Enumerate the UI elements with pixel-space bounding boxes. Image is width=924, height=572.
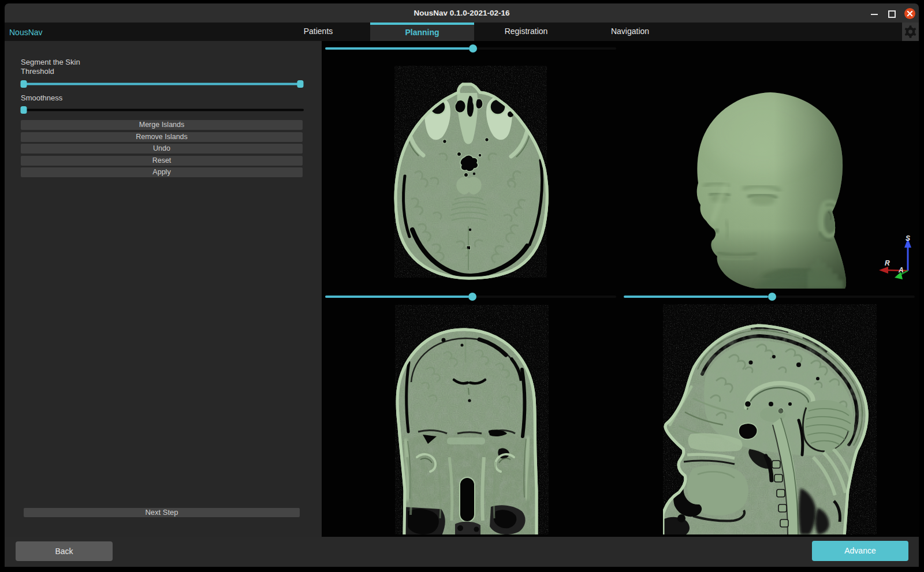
svg-text:S: S (906, 234, 910, 242)
svg-text:R: R (885, 259, 890, 267)
svg-text:A: A (898, 266, 904, 274)
